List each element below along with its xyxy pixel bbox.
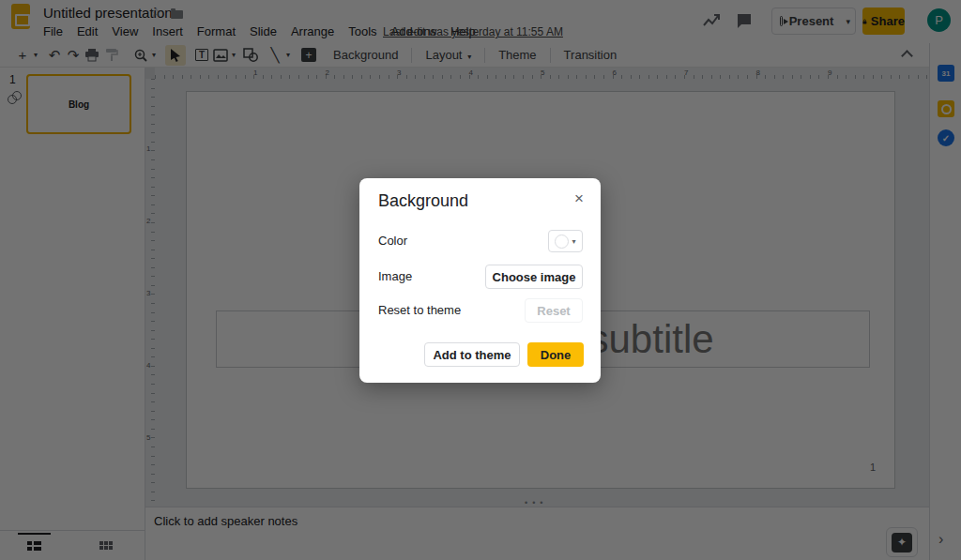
choose-image-button[interactable]: Choose image [485,265,583,289]
color-swatch-circle [555,235,569,249]
background-dialog: Background × Color ▾ Image Choose image … [359,178,601,383]
google-slides-app: Untitled presentation ☆ FileEditViewInse… [0,0,961,560]
close-icon[interactable]: × [574,189,584,208]
add-to-theme-button[interactable]: Add to theme [424,342,520,367]
done-button[interactable]: Done [527,342,584,367]
reset-to-theme-label: Reset to theme [378,303,461,317]
dialog-title: Background [378,191,468,211]
reset-button[interactable]: Reset [525,298,583,323]
color-picker-button[interactable]: ▾ [548,230,583,252]
image-label: Image [378,269,412,283]
color-dropdown-caret: ▾ [572,237,575,246]
color-label: Color [378,234,407,248]
